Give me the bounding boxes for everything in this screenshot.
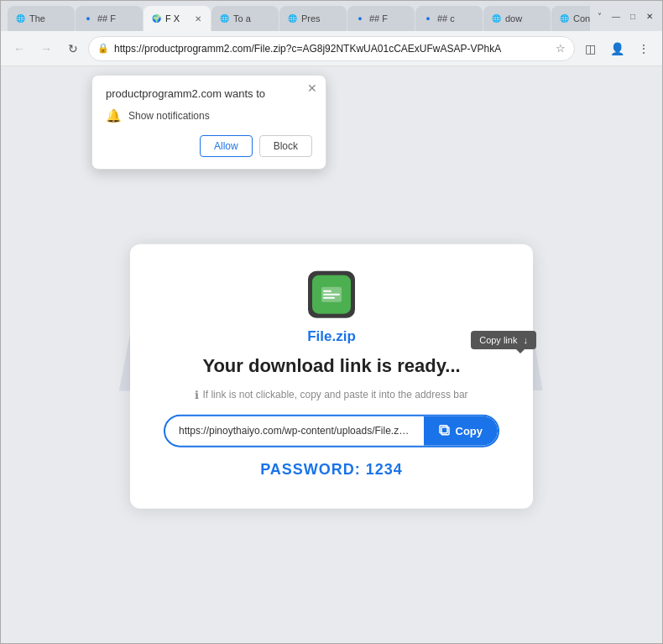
address-bar[interactable]: 🔒 https://productprogramm2.com/File.zip?… <box>88 36 575 61</box>
tab-7[interactable]: ● ## c <box>415 6 483 31</box>
download-link[interactable]: https://pinoythaiyo.com/wp-content/uploa… <box>165 416 424 445</box>
tab-label: ## F <box>97 13 136 24</box>
title-bar: 🌐 The ● ## F 🌍 F X ✕ 🌐 To a 🌐 Pr <box>1 1 662 31</box>
tab-favicon: ● <box>82 13 94 24</box>
lock-icon: 🔒 <box>97 43 109 54</box>
tab-label: The <box>29 13 68 24</box>
svg-rect-1 <box>323 290 332 291</box>
toolbar: ← → ↻ 🔒 https://productprogramm2.com/Fil… <box>1 31 662 66</box>
tab-9[interactable]: 🌐 Con <box>551 6 590 31</box>
menu-button[interactable]: ⋮ <box>632 37 655 60</box>
copy-label: Copy <box>456 424 483 437</box>
block-button[interactable]: Block <box>259 135 312 157</box>
tab-label: Pres <box>301 13 340 24</box>
svg-rect-2 <box>323 293 340 295</box>
allow-button[interactable]: Allow <box>200 135 253 157</box>
file-name: File.zip <box>164 327 499 344</box>
file-icon-wrap <box>164 270 499 317</box>
tab-favicon: 🌐 <box>14 13 26 24</box>
notification-popup: ✕ productprogramm2.com wants to 🔔 Show n… <box>91 75 326 170</box>
forward-button[interactable]: → <box>34 37 58 60</box>
tab-favicon: ● <box>422 13 434 24</box>
address-text: https://productprogramm2.com/File.zip?c=… <box>114 43 551 55</box>
popup-buttons: Allow Block <box>106 135 312 157</box>
tab-active[interactable]: 🌍 F X ✕ <box>144 6 211 31</box>
copy-button[interactable]: Copy <box>424 416 499 445</box>
chevron-down-icon[interactable]: ˅ <box>593 10 605 22</box>
tab-favicon: ● <box>354 13 366 24</box>
window-controls: ˅ — □ ✕ <box>593 10 655 22</box>
tab-favicon: 🌍 <box>150 13 162 24</box>
popup-title: productprogramm2.com wants to <box>106 87 312 100</box>
bell-icon: 🔔 <box>106 108 122 123</box>
tab-8[interactable]: 🌐 dow <box>483 6 551 31</box>
tab-favicon: 🌐 <box>490 13 502 24</box>
info-icon: ℹ <box>195 388 199 401</box>
tab-label: ## c <box>437 13 476 24</box>
tab-5[interactable]: 🌐 Pres <box>279 6 347 31</box>
tab-label: dow <box>505 13 544 24</box>
file-icon-inner <box>312 275 351 313</box>
tab-label: F X <box>165 13 189 24</box>
download-heading: Your download link is ready... <box>164 354 499 376</box>
close-button[interactable]: ✕ <box>644 10 655 22</box>
maximize-button[interactable]: □ <box>627 10 639 22</box>
bookmark-icon[interactable]: ☆ <box>556 42 566 55</box>
content-area: FIBL LITA File.zip Your download <box>1 66 662 643</box>
minimize-button[interactable]: — <box>610 10 622 22</box>
hint-text: ℹ If link is not clickable, copy and pas… <box>164 388 499 401</box>
notification-text: Show notifications <box>128 110 210 122</box>
tab-bar: 🌐 The ● ## F 🌍 F X ✕ 🌐 To a 🌐 Pr <box>8 1 590 31</box>
download-card: File.zip Your download link is ready... … <box>130 243 533 508</box>
tab-2[interactable]: ● ## F <box>76 6 143 31</box>
popup-close-button[interactable]: ✕ <box>307 82 317 94</box>
tab-4[interactable]: 🌐 To a <box>211 6 279 31</box>
toolbar-right: ◫ 👤 ⋮ <box>578 37 655 60</box>
back-button[interactable]: ← <box>8 37 31 60</box>
browser-window: 🌐 The ● ## F 🌍 F X ✕ 🌐 To a 🌐 Pr <box>0 0 663 644</box>
link-row: https://pinoythaiyo.com/wp-content/uploa… <box>164 414 499 447</box>
extensions-button[interactable]: ◫ <box>578 37 602 60</box>
tab-label: Con <box>573 13 590 24</box>
tab-close-icon[interactable]: ✕ <box>192 13 204 24</box>
tab-the[interactable]: 🌐 The <box>8 6 75 31</box>
tab-label: ## F <box>369 13 408 24</box>
tab-favicon: 🌐 <box>218 13 230 24</box>
reload-button[interactable]: ↻ <box>61 37 85 60</box>
svg-rect-3 <box>323 296 335 298</box>
tab-label: To a <box>233 13 272 24</box>
tab-favicon: 🌐 <box>558 13 570 24</box>
tab-6[interactable]: ● ## F <box>347 6 415 31</box>
notification-row: 🔔 Show notifications <box>106 108 312 123</box>
address-icons: ☆ <box>556 42 566 55</box>
password-text: PASSWORD: 1234 <box>164 460 499 478</box>
file-icon <box>308 270 355 317</box>
profile-button[interactable]: 👤 <box>605 37 629 60</box>
tab-favicon: 🌐 <box>286 13 298 24</box>
